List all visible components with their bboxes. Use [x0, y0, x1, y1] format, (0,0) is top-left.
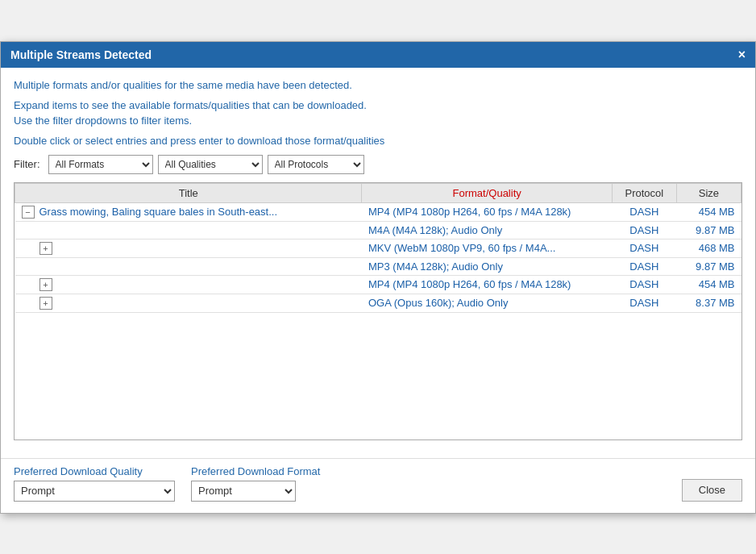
- info-line3: Use the filter dropdowns to filter items…: [14, 115, 742, 127]
- cell-format: MP3 (M4A 128k); Audio Only: [362, 257, 612, 275]
- filter-label: Filter:: [14, 158, 40, 170]
- cell-size: 468 MB: [676, 239, 741, 257]
- cell-format: OGA (Opus 160k); Audio Only: [362, 294, 612, 312]
- cell-size: 9.87 MB: [676, 257, 741, 275]
- cell-protocol: DASH: [612, 239, 676, 257]
- dialog-window: Multiple Streams Detected × Multiple for…: [0, 41, 756, 514]
- cell-protocol: DASH: [612, 294, 676, 312]
- table-row[interactable]: +MKV (WebM 1080p VP9, 60 fps / M4A...DAS…: [15, 239, 741, 257]
- col-header-format: Format/Quality: [362, 183, 612, 202]
- filter-formats-select[interactable]: All Formats MP4 MKV M4A MP3 OGA: [48, 155, 153, 174]
- table-row[interactable]: +MP4 (MP4 1080p H264, 60 fps / M4A 128k)…: [15, 275, 741, 294]
- cell-protocol: DASH: [612, 275, 676, 294]
- table-header-row: Title Format/Quality Protocol Size: [15, 183, 741, 202]
- title-bar: Multiple Streams Detected ×: [1, 42, 755, 68]
- cell-format: MKV (WebM 1080p VP9, 60 fps / M4A...: [362, 239, 612, 257]
- info-line1: Multiple formats and/or qualities for th…: [14, 79, 742, 91]
- filter-protocols-select[interactable]: All Protocols DASH HLS HTTP: [268, 155, 364, 174]
- quality-select[interactable]: Prompt Best 1080p 720p 480p: [15, 481, 174, 501]
- format-select-container: Prompt MP4 MKV M4A: [191, 481, 296, 502]
- info-section: Multiple formats and/or qualities for th…: [14, 79, 742, 91]
- quality-select-container: Prompt Best 1080p 720p 480p: [14, 481, 175, 502]
- cell-format: MP4 (MP4 1080p H264, 60 fps / M4A 128k): [362, 202, 612, 221]
- table-row[interactable]: +OGA (Opus 160k); Audio OnlyDASH8.37 MB: [15, 294, 741, 312]
- cell-protocol: DASH: [612, 257, 676, 275]
- cell-title: [15, 257, 362, 275]
- table-row[interactable]: −Grass mowing, Baling square bales in So…: [15, 202, 741, 221]
- cell-title: [15, 221, 362, 239]
- quality-label: Preferred Download Quality: [14, 465, 175, 477]
- cell-title: +: [15, 294, 362, 312]
- cell-size: 454 MB: [676, 275, 741, 294]
- bottom-left: Preferred Download Quality Prompt Best 1…: [14, 465, 320, 502]
- expand-icon[interactable]: +: [39, 242, 52, 255]
- cell-size: 454 MB: [676, 202, 741, 221]
- expand-icon[interactable]: +: [39, 278, 52, 291]
- cell-size: 8.37 MB: [676, 294, 741, 312]
- cell-title: +: [15, 239, 362, 257]
- close-button[interactable]: Close: [682, 479, 742, 502]
- dialog-body: Multiple formats and/or qualities for th…: [1, 68, 755, 458]
- streams-table-container: Title Format/Quality Protocol Size −Gras…: [14, 182, 742, 440]
- collapse-icon[interactable]: −: [22, 206, 35, 219]
- title-bar-close-button[interactable]: ×: [738, 48, 746, 61]
- title-text: Grass mowing, Baling square bales in Sou…: [39, 206, 278, 218]
- col-header-title: Title: [15, 183, 362, 202]
- cell-format: M4A (M4A 128k); Audio Only: [362, 221, 612, 239]
- table-row[interactable]: M4A (M4A 128k); Audio OnlyDASH9.87 MB: [15, 221, 741, 239]
- info-line2: Expand items to see the available format…: [14, 99, 742, 111]
- expand-icon[interactable]: +: [39, 297, 52, 310]
- dialog-title: Multiple Streams Detected: [10, 48, 152, 61]
- cell-title: +: [15, 275, 362, 294]
- quality-group: Preferred Download Quality Prompt Best 1…: [14, 465, 175, 502]
- table-row[interactable]: MP3 (M4A 128k); Audio OnlyDASH9.87 MB: [15, 257, 741, 275]
- cell-format: MP4 (MP4 1080p H264, 60 fps / M4A 128k): [362, 275, 612, 294]
- streams-table: Title Format/Quality Protocol Size −Gras…: [15, 183, 741, 313]
- col-header-size: Size: [676, 183, 741, 202]
- format-group: Preferred Download Format Prompt MP4 MKV…: [191, 465, 320, 502]
- cell-size: 9.87 MB: [676, 221, 741, 239]
- filter-qualities-select[interactable]: All Qualities 1080p 720p 480p 360p: [158, 155, 263, 174]
- col-header-protocol: Protocol: [612, 183, 676, 202]
- format-label: Preferred Download Format: [191, 465, 320, 477]
- filter-row: Filter: All Formats MP4 MKV M4A MP3 OGA …: [14, 155, 742, 174]
- cell-protocol: DASH: [612, 221, 676, 239]
- cell-title: −Grass mowing, Baling square bales in So…: [15, 202, 362, 221]
- bottom-section: Preferred Download Quality Prompt Best 1…: [1, 458, 755, 513]
- cell-protocol: DASH: [612, 202, 676, 221]
- double-click-instruction: Double click or select entries and press…: [14, 135, 742, 147]
- info-section-2: Expand items to see the available format…: [14, 99, 742, 127]
- format-select[interactable]: Prompt MP4 MKV M4A: [192, 481, 295, 501]
